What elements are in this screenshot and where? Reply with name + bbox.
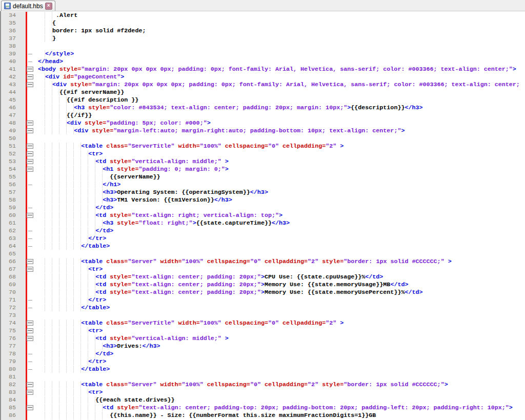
code-area[interactable]: 34 .Alert35 {36 border: 1px solid #f2ded… (0, 11, 525, 420)
code-line[interactable]: 51 <table class="ServerTitle" width="100… (1, 143, 525, 150)
code-line[interactable]: 45 {{#if description }} (1, 96, 525, 104)
code-line[interactable]: 36 border: 1px solid #f2dede; (1, 27, 525, 35)
fold-collapse-icon[interactable] (27, 321, 33, 326)
fold-collapse-icon[interactable] (27, 151, 33, 156)
code-line[interactable]: 37 } (1, 35, 525, 43)
fold-collapse-icon[interactable] (27, 159, 33, 164)
code-line[interactable]: 81 (1, 373, 525, 381)
code-line[interactable]: 54 <h1 style="padding: 0; margin: 0;"> (1, 166, 525, 173)
change-history-marker (26, 158, 34, 166)
code-token: "float: right;" (138, 219, 192, 227)
fold-collapse-icon[interactable] (27, 67, 33, 72)
fold-collapse-icon[interactable] (27, 213, 33, 218)
code-line[interactable]: 85 <td style="text-align: center; paddin… (1, 404, 525, 412)
code-line[interactable]: 40</head> (1, 58, 525, 66)
code-line[interactable]: 66 <table class="Server" width="100%" ce… (1, 258, 525, 266)
code-line[interactable]: 56 </h1> (1, 181, 525, 189)
code-text: <h3 style="color: #843534; text-align: c… (34, 104, 423, 112)
code-line[interactable]: 60 <td style="text-align: right; vertica… (1, 212, 525, 219)
code-line[interactable]: 68 <td style="text-align: center; paddin… (1, 273, 525, 281)
code-line[interactable]: 77 <h3>Drives:</h3> (1, 343, 525, 350)
fold-collapse-icon[interactable] (27, 382, 33, 387)
indent-guide (38, 35, 52, 42)
close-icon[interactable]: × (45, 3, 52, 10)
code-token: "2" (326, 143, 336, 150)
indent-guide (38, 366, 81, 373)
fold-collapse-icon[interactable] (27, 405, 33, 410)
code-line[interactable]: 43 <div style="margin: 20px 0px 0px 0px;… (1, 81, 525, 89)
line-number: 73 (1, 312, 26, 319)
code-token: cellspacing= (221, 319, 268, 327)
code-line[interactable]: 74 <table class="ServerTitle" width="100… (1, 319, 525, 327)
fold-end-icon (28, 185, 32, 185)
code-line[interactable]: 63 </tr> (1, 235, 525, 243)
code-line[interactable]: 59 </td> (1, 204, 525, 212)
code-token: </td> (95, 350, 113, 357)
line-number: 84 (1, 396, 26, 404)
code-line[interactable]: 80 </table> (1, 366, 525, 373)
code-line[interactable]: 72 </table> (1, 304, 525, 312)
code-line[interactable]: 41<body style="margin: 20px 0px 0px 0px;… (1, 66, 525, 73)
code-line[interactable]: 50 (1, 135, 525, 143)
code-line[interactable]: 46 <h3 style="color: #843534; text-align… (1, 104, 525, 112)
code-line[interactable]: 79 </tr> (1, 358, 525, 366)
fold-collapse-icon[interactable] (27, 82, 33, 87)
fold-collapse-icon[interactable] (27, 74, 33, 79)
indent-guide (38, 143, 81, 150)
fold-collapse-icon[interactable] (27, 267, 33, 272)
change-history-marker (26, 89, 34, 96)
code-line[interactable]: 35 { (1, 19, 525, 27)
code-token: } (52, 35, 56, 42)
code-line[interactable]: 39 </style> (1, 50, 525, 58)
code-line[interactable]: 70 <td style="text-align: center; paddin… (1, 289, 525, 296)
line-number: 85 (1, 404, 26, 412)
fold-collapse-icon[interactable] (27, 144, 33, 149)
code-line[interactable]: 44 {{#if serverName}} (1, 89, 525, 96)
code-token: </tr> (88, 358, 106, 365)
code-line[interactable]: 38 (1, 43, 525, 50)
code-line[interactable]: 62 </td> (1, 227, 525, 235)
code-token: <td (103, 404, 117, 411)
code-line[interactable]: 64 </table> (1, 243, 525, 250)
code-line[interactable]: 55 {{serverName}} (1, 173, 525, 181)
fold-collapse-icon[interactable] (27, 128, 33, 133)
code-line[interactable]: 53 <td style="vertical-align: middle;" > (1, 158, 525, 166)
code-token: cellspacing= (204, 258, 250, 265)
code-line[interactable]: 78 </td> (1, 350, 525, 358)
fold-collapse-icon[interactable] (27, 390, 33, 395)
code-line[interactable]: 86 {{this.name}} - Size: {{numberFormat … (1, 412, 525, 419)
code-line[interactable]: 67 <tr> (1, 266, 525, 273)
code-line[interactable]: 83 <tr> (1, 389, 525, 396)
line-number: 43 (1, 81, 26, 89)
change-history-marker (26, 66, 34, 73)
code-line[interactable]: 57 <h3>Operating System: {{operatingSyst… (1, 189, 525, 196)
fold-collapse-icon[interactable] (27, 167, 33, 172)
code-line[interactable]: 69 <td style="text-align: center; paddin… (1, 281, 525, 289)
fold-collapse-icon[interactable] (27, 328, 33, 333)
code-line[interactable]: 34 .Alert (1, 12, 525, 19)
code-line[interactable]: 58 <h3>TM1 Version: {{tm1Version}}</h3> (1, 196, 525, 204)
code-text: <td style="text-align: center; padding: … (34, 281, 408, 289)
code-line[interactable]: 82 <table class="Server" width="100%" ce… (1, 381, 525, 389)
tab-default-hbs[interactable]: default.hbs × (1, 1, 55, 11)
fold-collapse-icon[interactable] (27, 259, 33, 264)
code-line[interactable]: 49 <div style="margin-left:auto; margin-… (1, 127, 525, 135)
code-token: > (261, 281, 265, 288)
code-line[interactable]: 48 <div style="padding: 5px; color: #000… (1, 119, 525, 127)
fold-collapse-icon[interactable] (27, 336, 33, 341)
code-line[interactable]: 71 </tr> (1, 296, 525, 304)
code-line[interactable]: 76 <td style="vertical-align: middle;" > (1, 335, 525, 343)
code-line[interactable]: 73 (1, 312, 525, 319)
indent-guide (38, 335, 95, 342)
code-line[interactable]: 47 {{/if}} (1, 112, 525, 119)
code-line[interactable]: 52 <tr> (1, 150, 525, 158)
code-line[interactable]: 61 <h3 style="float: right;">{{state.cap… (1, 219, 525, 227)
code-line[interactable]: 75 <tr> (1, 327, 525, 335)
indent-guide (38, 127, 74, 134)
change-history-marker (26, 212, 34, 219)
fold-collapse-icon[interactable] (27, 121, 33, 126)
code-text: <table class="Server" width="100%" cells… (34, 258, 452, 266)
code-line[interactable]: 84 {{#each state.drives}} (1, 396, 525, 404)
code-line[interactable]: 65 (1, 250, 525, 258)
code-line[interactable]: 42 <div id="pageContent"> (1, 73, 525, 81)
